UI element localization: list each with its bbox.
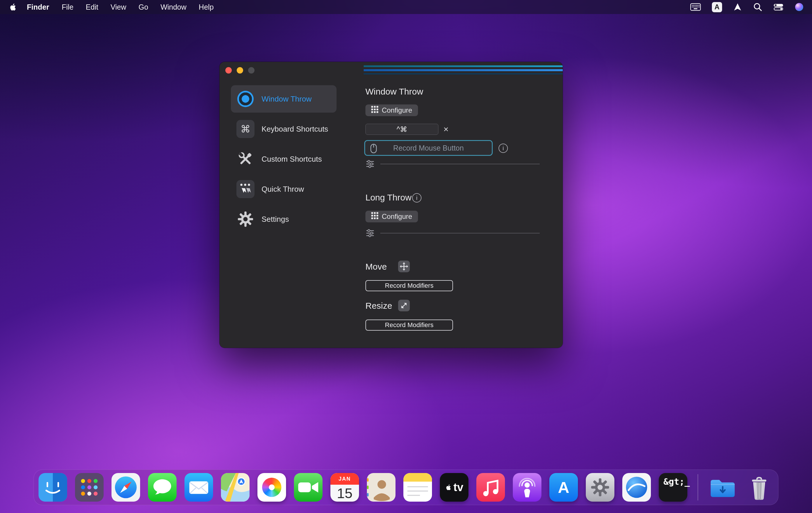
- dock-photos[interactable]: [257, 473, 286, 502]
- menu-help[interactable]: Help: [193, 3, 220, 11]
- menu-go[interactable]: Go: [133, 3, 154, 11]
- dock-contacts[interactable]: [367, 473, 396, 502]
- shortcut-value: ^⌘: [397, 125, 407, 134]
- menu-window[interactable]: Window: [154, 3, 193, 11]
- app-window: Window Throw ⌘ Keyboard Shortcuts Custom…: [220, 62, 563, 348]
- configure-long-throw-button[interactable]: Configure: [366, 211, 418, 222]
- sliders-icon[interactable]: [366, 160, 375, 169]
- dock-trash[interactable]: [745, 473, 774, 502]
- record-mouse-button-field[interactable]: Record Mouse Button: [364, 140, 493, 156]
- dock-divider: [698, 474, 698, 501]
- sliders-icon[interactable]: [366, 229, 375, 238]
- dock-notes[interactable]: [403, 473, 432, 502]
- dock-terminal[interactable]: &gt;_: [659, 473, 687, 502]
- keyboard-icon[interactable]: [690, 2, 701, 12]
- menu-view[interactable]: View: [105, 3, 133, 11]
- dock-system-preferences[interactable]: [586, 473, 614, 502]
- dock-app-store[interactable]: A: [549, 473, 578, 502]
- mouse-icon: [370, 144, 377, 155]
- resize-label: Resize: [366, 301, 392, 311]
- input-source-icon[interactable]: A: [712, 2, 722, 12]
- dock-downloads[interactable]: [708, 473, 737, 502]
- gear-icon: [590, 478, 610, 497]
- move-icon: [398, 261, 410, 272]
- grid-icon: [371, 212, 378, 221]
- menu-file[interactable]: File: [55, 3, 79, 11]
- location-icon[interactable]: [733, 2, 742, 12]
- window-controls: [225, 67, 255, 73]
- move-label: Move: [366, 262, 387, 272]
- long-throw-title: Long Throw: [366, 192, 411, 203]
- divider: [380, 233, 540, 234]
- dock-apple-tv[interactable]: tv: [440, 473, 468, 502]
- dock-mail[interactable]: [184, 473, 213, 502]
- dock-facetime[interactable]: [294, 473, 322, 502]
- configure-window-throw-button[interactable]: Configure: [366, 104, 418, 116]
- dock-maps[interactable]: [221, 473, 250, 502]
- menu-app-name[interactable]: Finder: [21, 3, 55, 11]
- dock-podcasts[interactable]: [513, 473, 542, 502]
- apple-menu-icon[interactable]: [9, 2, 18, 12]
- dock-safari[interactable]: [112, 473, 140, 502]
- clear-shortcut-button[interactable]: ×: [441, 124, 451, 135]
- grid-icon: [371, 106, 378, 115]
- calendar-day: 15: [330, 485, 359, 502]
- calendar-month: JAN: [330, 473, 359, 485]
- menu-bar: Finder File Edit View Go Window Help A: [0, 0, 812, 14]
- tv-label: tv: [454, 481, 464, 494]
- record-modifiers-resize-button[interactable]: Record Modifiers: [366, 320, 453, 331]
- menu-bar-status-area: A: [690, 2, 804, 12]
- configure-label: Configure: [382, 106, 412, 114]
- minimize-button[interactable]: [237, 67, 243, 73]
- photos-flower-core: [269, 484, 274, 490]
- terminal-prompt: &gt;_: [663, 477, 690, 487]
- dock-messages[interactable]: [148, 473, 177, 502]
- menu-edit[interactable]: Edit: [80, 3, 105, 11]
- zoom-button-disabled[interactable]: [248, 67, 255, 73]
- shortcut-field[interactable]: ^⌘: [366, 124, 438, 135]
- siri-icon[interactable]: [794, 2, 804, 12]
- record-mouse-placeholder: Record Mouse Button: [393, 144, 464, 152]
- control-center-icon[interactable]: [774, 2, 783, 12]
- spotlight-search-icon[interactable]: [753, 2, 762, 12]
- dock-calendar[interactable]: JAN 15: [330, 473, 359, 502]
- record-modifiers-move-button[interactable]: Record Modifiers: [366, 280, 453, 291]
- info-icon[interactable]: i: [412, 193, 422, 203]
- dock: JAN 15 tv A &gt;_: [34, 470, 778, 505]
- apple-logo-icon: [445, 483, 452, 491]
- menu-bar-left: Finder File Edit View Go Window Help: [9, 2, 220, 12]
- close-button[interactable]: [225, 67, 232, 73]
- dock-launchpad[interactable]: [75, 473, 104, 502]
- configure-label: Configure: [382, 212, 412, 221]
- divider: [380, 164, 540, 164]
- info-icon[interactable]: i: [498, 144, 508, 153]
- dock-mosaic[interactable]: [622, 473, 651, 502]
- window-throw-title: Window Throw: [366, 86, 423, 97]
- dock-finder[interactable]: [38, 473, 67, 502]
- dock-music[interactable]: [476, 473, 505, 502]
- settings-content: Window Throw Configure ^⌘ × Record Mouse…: [220, 62, 563, 348]
- resize-icon: [398, 300, 410, 311]
- app-store-a: A: [558, 478, 570, 496]
